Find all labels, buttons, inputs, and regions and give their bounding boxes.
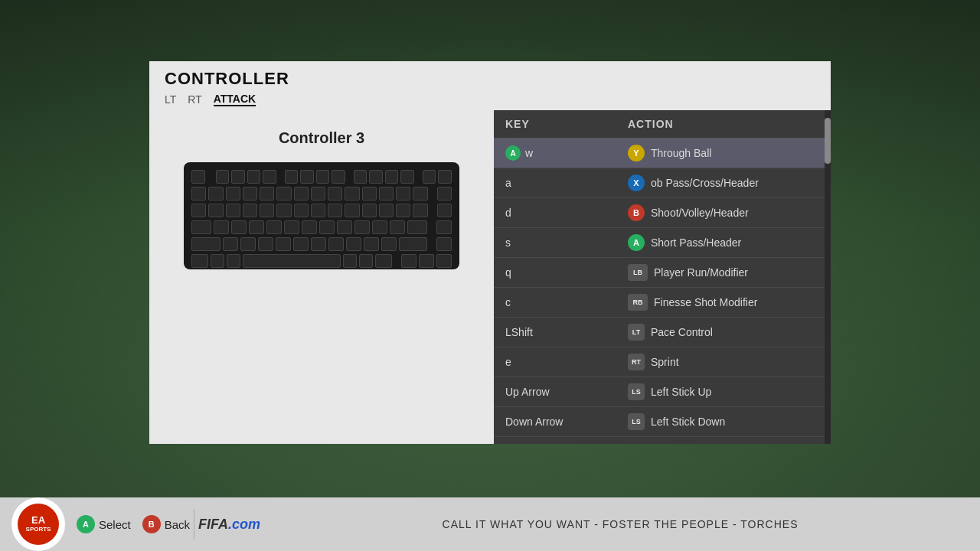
key-slash bbox=[381, 237, 397, 251]
key-g bbox=[284, 220, 299, 234]
key-f3 bbox=[247, 170, 261, 184]
ea-logo-inner: EA SPORTS bbox=[18, 504, 59, 545]
key-alt bbox=[227, 254, 240, 268]
key-2 bbox=[226, 187, 240, 201]
row-key: a bbox=[505, 177, 628, 189]
keyboard-row-4 bbox=[191, 220, 452, 234]
keyboard-row-1 bbox=[191, 170, 452, 184]
tab-attack[interactable]: ATTACK bbox=[214, 93, 256, 106]
table-row[interactable]: c RB Finesse Shot Modifier bbox=[494, 288, 825, 318]
key-quote bbox=[390, 220, 405, 234]
key-esc bbox=[191, 170, 205, 184]
select-control: A Select bbox=[77, 515, 131, 533]
content-area: Controller 3 bbox=[149, 110, 831, 444]
key-d bbox=[249, 220, 264, 234]
action-text: Player Run/Modifier bbox=[654, 266, 748, 279]
key-f6 bbox=[300, 170, 314, 184]
keyboard-row-3 bbox=[191, 204, 452, 217]
key-8 bbox=[328, 187, 342, 201]
key-u bbox=[311, 204, 325, 217]
action-badge-a: A bbox=[628, 234, 645, 251]
sports-text: SPORTS bbox=[26, 527, 51, 533]
table-row[interactable]: Down Arrow LS Left Stick Down bbox=[494, 407, 825, 437]
key-a-badge: A bbox=[505, 145, 521, 161]
row-key: c bbox=[505, 296, 628, 308]
key-tilde bbox=[191, 187, 206, 201]
key-l bbox=[354, 220, 370, 234]
action-text: Left Stick Down bbox=[651, 416, 725, 428]
key-f1 bbox=[216, 170, 230, 184]
key-0 bbox=[362, 187, 377, 201]
key-h bbox=[302, 220, 317, 234]
table-row[interactable]: A w Y Through Ball bbox=[494, 139, 825, 168]
table-row[interactable]: e RT Sprint bbox=[494, 347, 825, 377]
row-action: LS Left Stick Up bbox=[628, 383, 813, 400]
key-caps bbox=[191, 220, 211, 234]
key-1 bbox=[208, 187, 223, 201]
separator bbox=[194, 509, 194, 540]
key-b bbox=[293, 237, 309, 251]
row-key: Down Arrow bbox=[505, 416, 628, 428]
ea-sports-logo: EA SPORTS bbox=[11, 497, 65, 551]
key-text: d bbox=[505, 207, 511, 219]
row-key: q bbox=[505, 266, 628, 279]
table-row[interactable]: LShift LT Pace Control bbox=[494, 318, 825, 347]
key-lbracket bbox=[379, 204, 394, 217]
keyboard-illustration bbox=[184, 162, 459, 269]
key-7 bbox=[311, 187, 325, 201]
row-action: A Short Pass/Header bbox=[628, 234, 813, 251]
key-c bbox=[258, 237, 273, 251]
row-action: Y Through Ball bbox=[628, 145, 813, 161]
row-key: A w bbox=[505, 145, 628, 161]
key-minus bbox=[379, 187, 394, 201]
table-row[interactable]: a X ob Pass/Cross/Header bbox=[494, 168, 825, 198]
key-f7 bbox=[316, 170, 330, 184]
row-key: d bbox=[505, 207, 628, 219]
scroll-thumb[interactable] bbox=[825, 118, 831, 164]
page-title: CONTROLLER bbox=[165, 69, 815, 89]
key-ins bbox=[423, 170, 436, 184]
key-period bbox=[364, 237, 379, 251]
row-action: RB Finesse Shot Modifier bbox=[628, 294, 813, 311]
action-text: Shoot/Volley/Header bbox=[651, 207, 749, 219]
action-badge-b: B bbox=[628, 204, 645, 221]
tab-lt[interactable]: LT bbox=[165, 93, 176, 106]
col-key-header: KEY bbox=[505, 118, 628, 130]
key-pgdn bbox=[436, 220, 452, 234]
header: CONTROLLER LT RT ATTACK bbox=[149, 61, 831, 110]
action-text: ob Pass/Cross/Header bbox=[651, 177, 759, 189]
key-text: q bbox=[505, 266, 511, 279]
table-row[interactable]: s A Short Pass/Header bbox=[494, 228, 825, 258]
key-tab bbox=[191, 204, 206, 217]
key-f4 bbox=[263, 170, 276, 184]
key-pgup bbox=[437, 204, 452, 217]
b-badge: B bbox=[142, 515, 161, 533]
action-text: Short Pass/Header bbox=[651, 236, 741, 249]
table-row[interactable]: q LB Player Run/Modifier bbox=[494, 258, 825, 288]
key-backspace bbox=[413, 187, 427, 201]
action-badge-y: Y bbox=[628, 145, 645, 161]
ea-text: EA bbox=[31, 515, 45, 526]
key-space bbox=[243, 254, 341, 268]
col-action-header: ACTION bbox=[628, 118, 813, 130]
key-5 bbox=[276, 187, 291, 201]
key-enter bbox=[413, 204, 427, 217]
back-label: Back bbox=[165, 518, 190, 531]
key-r bbox=[260, 204, 274, 217]
fifa-com-text: .com bbox=[228, 517, 260, 532]
action-badge-lt: LT bbox=[628, 324, 645, 341]
ticker: CALL IT WHAT YOU WANT - FOSTER THE PEOPL… bbox=[260, 518, 980, 530]
key-enter2 bbox=[407, 220, 427, 234]
key-j bbox=[319, 220, 335, 234]
key-f12 bbox=[400, 170, 414, 184]
scrollbar[interactable] bbox=[825, 110, 831, 444]
key-ctrl bbox=[191, 254, 208, 268]
key-i bbox=[328, 204, 342, 217]
action-badge-lb: LB bbox=[628, 264, 648, 281]
keyboard-row-2 bbox=[191, 187, 452, 201]
table-row[interactable]: d B Shoot/Volley/Header bbox=[494, 198, 825, 228]
key-text: w bbox=[525, 147, 533, 159]
tab-rt[interactable]: RT bbox=[188, 93, 201, 106]
table-row[interactable]: Up Arrow LS Left Stick Up bbox=[494, 377, 825, 407]
row-action: X ob Pass/Cross/Header bbox=[628, 174, 813, 191]
